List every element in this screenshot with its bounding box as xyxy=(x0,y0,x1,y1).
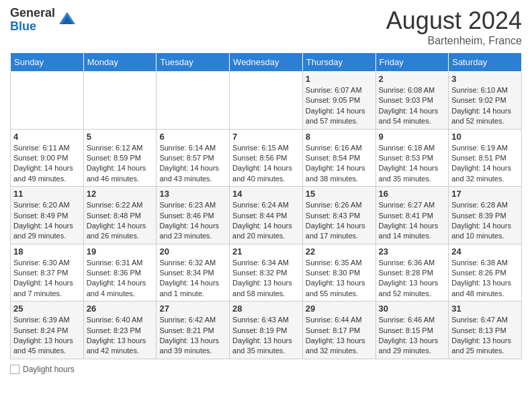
day-info: Sunrise: 6:23 AM Sunset: 8:46 PM Dayligh… xyxy=(159,200,226,242)
calendar-cell: 27Sunrise: 6:42 AM Sunset: 8:21 PM Dayli… xyxy=(157,302,230,359)
day-info: Sunrise: 6:07 AM Sunset: 9:05 PM Dayligh… xyxy=(306,85,373,127)
day-info: Sunrise: 6:31 AM Sunset: 8:36 PM Dayligh… xyxy=(87,258,154,300)
day-number: 14 xyxy=(232,189,300,199)
day-number: 18 xyxy=(13,246,81,257)
calendar-day-header: Tuesday xyxy=(157,53,230,72)
calendar-cell: 21Sunrise: 6:34 AM Sunset: 8:32 PM Dayli… xyxy=(230,244,303,302)
calendar-cell: 23Sunrise: 6:36 AM Sunset: 8:28 PM Dayli… xyxy=(375,244,449,302)
page-header: General Blue August 2024 Bartenheim, Fra… xyxy=(10,7,522,47)
calendar-cell: 4Sunrise: 6:11 AM Sunset: 9:00 PM Daylig… xyxy=(11,129,84,187)
day-number: 23 xyxy=(379,246,446,257)
day-number: 8 xyxy=(306,132,373,142)
day-info: Sunrise: 6:27 AM Sunset: 8:41 PM Dayligh… xyxy=(379,200,446,242)
calendar-cell: 20Sunrise: 6:32 AM Sunset: 8:34 PM Dayli… xyxy=(157,244,230,302)
calendar-cell xyxy=(157,72,230,130)
day-number: 6 xyxy=(159,132,226,142)
day-info: Sunrise: 6:11 AM Sunset: 9:00 PM Dayligh… xyxy=(13,143,81,185)
logo-icon xyxy=(58,11,77,30)
day-number: 3 xyxy=(451,74,519,84)
day-info: Sunrise: 6:42 AM Sunset: 8:21 PM Dayligh… xyxy=(159,315,226,357)
day-info: Sunrise: 6:28 AM Sunset: 8:39 PM Dayligh… xyxy=(451,200,519,242)
calendar-day-header: Thursday xyxy=(302,53,375,72)
day-info: Sunrise: 6:08 AM Sunset: 9:03 PM Dayligh… xyxy=(379,85,446,127)
day-number: 19 xyxy=(87,246,154,257)
calendar-cell: 11Sunrise: 6:20 AM Sunset: 8:49 PM Dayli… xyxy=(11,187,84,244)
day-info: Sunrise: 6:35 AM Sunset: 8:30 PM Dayligh… xyxy=(306,258,373,300)
calendar-cell: 12Sunrise: 6:22 AM Sunset: 8:48 PM Dayli… xyxy=(83,187,157,244)
calendar-week-row: 18Sunrise: 6:30 AM Sunset: 8:37 PM Dayli… xyxy=(11,244,522,302)
day-info: Sunrise: 6:46 AM Sunset: 8:15 PM Dayligh… xyxy=(379,315,446,357)
month-year: August 2024 xyxy=(386,7,522,35)
day-info: Sunrise: 6:24 AM Sunset: 8:44 PM Dayligh… xyxy=(232,200,300,242)
day-info: Sunrise: 6:32 AM Sunset: 8:34 PM Dayligh… xyxy=(159,258,226,300)
logo-blue: Blue xyxy=(10,20,55,34)
day-info: Sunrise: 6:16 AM Sunset: 8:54 PM Dayligh… xyxy=(306,143,373,185)
calendar-cell: 28Sunrise: 6:43 AM Sunset: 8:19 PM Dayli… xyxy=(230,302,303,359)
calendar-day-header: Saturday xyxy=(449,53,522,72)
day-info: Sunrise: 6:43 AM Sunset: 8:19 PM Dayligh… xyxy=(232,315,300,357)
calendar-week-row: 4Sunrise: 6:11 AM Sunset: 9:00 PM Daylig… xyxy=(11,129,522,187)
day-info: Sunrise: 6:34 AM Sunset: 8:32 PM Dayligh… xyxy=(232,258,300,300)
day-info: Sunrise: 6:30 AM Sunset: 8:37 PM Dayligh… xyxy=(13,258,81,300)
calendar-cell: 15Sunrise: 6:26 AM Sunset: 8:43 PM Dayli… xyxy=(302,187,375,244)
footer-label: Daylight hours xyxy=(23,365,75,374)
day-number: 20 xyxy=(159,246,226,257)
day-number: 9 xyxy=(379,132,446,142)
day-number: 7 xyxy=(232,132,300,142)
calendar-week-row: 25Sunrise: 6:39 AM Sunset: 8:24 PM Dayli… xyxy=(11,302,522,359)
calendar-week-row: 11Sunrise: 6:20 AM Sunset: 8:49 PM Dayli… xyxy=(11,187,522,244)
calendar-cell: 30Sunrise: 6:46 AM Sunset: 8:15 PM Dayli… xyxy=(375,302,449,359)
day-number: 16 xyxy=(379,189,446,199)
day-number: 2 xyxy=(379,74,446,84)
day-info: Sunrise: 6:12 AM Sunset: 8:59 PM Dayligh… xyxy=(87,143,154,185)
calendar-cell: 26Sunrise: 6:40 AM Sunset: 8:23 PM Dayli… xyxy=(83,302,157,359)
day-number: 13 xyxy=(159,189,226,199)
calendar-cell: 31Sunrise: 6:47 AM Sunset: 8:13 PM Dayli… xyxy=(449,302,522,359)
calendar-cell: 19Sunrise: 6:31 AM Sunset: 8:36 PM Dayli… xyxy=(83,244,157,302)
calendar-day-header: Monday xyxy=(83,53,157,72)
day-number: 24 xyxy=(451,246,519,257)
calendar-cell: 1Sunrise: 6:07 AM Sunset: 9:05 PM Daylig… xyxy=(302,72,375,130)
logo-general: General xyxy=(10,7,55,20)
day-info: Sunrise: 6:19 AM Sunset: 8:51 PM Dayligh… xyxy=(451,143,519,185)
location: Bartenheim, France xyxy=(386,35,522,47)
day-number: 10 xyxy=(451,132,519,142)
calendar-day-header: Wednesday xyxy=(230,53,303,72)
calendar-cell: 13Sunrise: 6:23 AM Sunset: 8:46 PM Dayli… xyxy=(157,187,230,244)
day-number: 15 xyxy=(306,189,373,199)
calendar-cell: 10Sunrise: 6:19 AM Sunset: 8:51 PM Dayli… xyxy=(449,129,522,187)
day-info: Sunrise: 6:26 AM Sunset: 8:43 PM Dayligh… xyxy=(306,200,373,242)
day-info: Sunrise: 6:47 AM Sunset: 8:13 PM Dayligh… xyxy=(451,315,519,357)
calendar-cell: 3Sunrise: 6:10 AM Sunset: 9:02 PM Daylig… xyxy=(449,72,522,130)
calendar-cell: 14Sunrise: 6:24 AM Sunset: 8:44 PM Dayli… xyxy=(230,187,303,244)
day-number: 28 xyxy=(232,304,300,314)
day-info: Sunrise: 6:14 AM Sunset: 8:57 PM Dayligh… xyxy=(159,143,226,185)
day-number: 21 xyxy=(232,246,300,257)
calendar-cell: 25Sunrise: 6:39 AM Sunset: 8:24 PM Dayli… xyxy=(11,302,84,359)
day-number: 30 xyxy=(379,304,446,314)
calendar-cell: 5Sunrise: 6:12 AM Sunset: 8:59 PM Daylig… xyxy=(83,129,157,187)
calendar-table: SundayMondayTuesdayWednesdayThursdayFrid… xyxy=(10,52,522,359)
calendar-cell: 29Sunrise: 6:44 AM Sunset: 8:17 PM Dayli… xyxy=(302,302,375,359)
day-number: 26 xyxy=(87,304,154,314)
day-number: 22 xyxy=(306,246,373,257)
day-info: Sunrise: 6:10 AM Sunset: 9:02 PM Dayligh… xyxy=(451,85,519,127)
day-number: 29 xyxy=(306,304,373,314)
calendar-cell: 17Sunrise: 6:28 AM Sunset: 8:39 PM Dayli… xyxy=(449,187,522,244)
day-info: Sunrise: 6:36 AM Sunset: 8:28 PM Dayligh… xyxy=(379,258,446,300)
day-number: 4 xyxy=(13,132,81,142)
day-number: 12 xyxy=(87,189,154,199)
day-number: 25 xyxy=(13,304,81,314)
calendar-cell: 6Sunrise: 6:14 AM Sunset: 8:57 PM Daylig… xyxy=(157,129,230,187)
calendar-cell: 8Sunrise: 6:16 AM Sunset: 8:54 PM Daylig… xyxy=(302,129,375,187)
logo: General Blue xyxy=(10,7,77,34)
day-number: 17 xyxy=(451,189,519,199)
title-block: August 2024 Bartenheim, France xyxy=(386,7,522,47)
calendar-cell xyxy=(230,72,303,130)
day-number: 31 xyxy=(451,304,519,314)
day-info: Sunrise: 6:22 AM Sunset: 8:48 PM Dayligh… xyxy=(87,200,154,242)
day-info: Sunrise: 6:38 AM Sunset: 8:26 PM Dayligh… xyxy=(451,258,519,300)
day-info: Sunrise: 6:44 AM Sunset: 8:17 PM Dayligh… xyxy=(306,315,373,357)
calendar-cell: 2Sunrise: 6:08 AM Sunset: 9:03 PM Daylig… xyxy=(375,72,449,130)
day-info: Sunrise: 6:20 AM Sunset: 8:49 PM Dayligh… xyxy=(13,200,81,242)
